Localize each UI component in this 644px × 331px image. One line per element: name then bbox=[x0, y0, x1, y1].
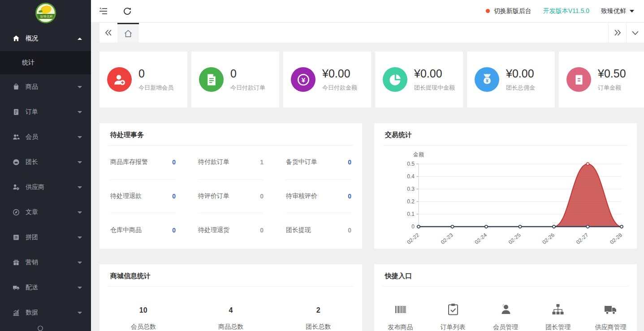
stat-card-paid-amount: ¥ ¥0.00 今日付款金额 bbox=[283, 52, 371, 107]
sidebar-item-supplier[interactable]: 供应商 bbox=[0, 175, 91, 200]
sidebar-item-marketing[interactable]: 营销 bbox=[0, 250, 91, 275]
home-icon bbox=[13, 35, 20, 42]
chevrons-right-icon bbox=[614, 30, 621, 36]
refresh-button[interactable] bbox=[115, 0, 139, 22]
pending-label: 团长提现 bbox=[286, 226, 311, 234]
trade-area-chart: 00.10.20.30.40.502-2202-2302-2402-2502-2… bbox=[385, 148, 626, 244]
chevron-up-icon bbox=[78, 38, 82, 40]
stat-value: ¥0.50 bbox=[598, 67, 626, 80]
pending-label: 待处理退款 bbox=[110, 192, 142, 200]
pending-value-link[interactable]: 0 bbox=[172, 227, 176, 234]
mall-stats-row: 10 会员总数 4 商品总数 2 团长总数 bbox=[99, 287, 362, 331]
chevron-down-icon bbox=[78, 186, 82, 189]
pending-value-link[interactable]: 0 bbox=[348, 193, 351, 200]
sidebar-item-label: 概况 bbox=[26, 34, 78, 43]
switch-new-admin-button[interactable]: 切换新版后台 bbox=[486, 7, 532, 15]
brand-logo-icon: 致臻优鲜 bbox=[35, 3, 56, 23]
chevron-down-icon bbox=[78, 111, 82, 113]
account-dropdown[interactable]: 致臻优鲜 bbox=[601, 7, 634, 15]
tabs-scroll-left-button[interactable] bbox=[99, 23, 117, 43]
topbar: 切换新版后台 开发版本V11.5.0 致臻优鲜 bbox=[91, 0, 644, 22]
svg-text:金额: 金额 bbox=[413, 151, 424, 158]
sidebar-item-goods[interactable]: 商品 bbox=[0, 74, 91, 99]
pending-label: 待处理退货 bbox=[198, 226, 229, 234]
sidebar-item-leader[interactable]: 团长 bbox=[0, 150, 91, 175]
collapse-menu-button[interactable] bbox=[91, 0, 115, 22]
quick-leader-manage[interactable]: 团长管理 bbox=[532, 303, 584, 331]
stat-label: 团长提现中金额 bbox=[414, 84, 455, 92]
tabbar bbox=[99, 23, 644, 43]
sidebar-item-label: 拼团 bbox=[26, 233, 78, 241]
pending-value: 0 bbox=[348, 227, 351, 234]
chevron-down-icon bbox=[78, 262, 82, 264]
pending-item: 备货中订单 0 bbox=[286, 146, 351, 180]
bag-icon bbox=[13, 83, 20, 90]
stat-label: 今日付款金额 bbox=[322, 84, 357, 92]
stat-label: 今日付款订单 bbox=[230, 84, 265, 92]
svg-text:¥: ¥ bbox=[485, 78, 488, 83]
quick-entry-row: 发布商品 订单列表 会员管理 团长管理 供应商管理 bbox=[374, 287, 637, 331]
pending-value-link[interactable]: 0 bbox=[172, 193, 176, 200]
pending-label: 待评价订单 bbox=[198, 192, 229, 200]
receipt-icon bbox=[566, 67, 591, 92]
pending-label: 商品库存报警 bbox=[110, 158, 148, 166]
sidebar-item-label: 营销 bbox=[26, 258, 78, 267]
bar-chart-icon bbox=[13, 309, 20, 316]
quick-order-list[interactable]: 订单列表 bbox=[427, 303, 479, 331]
sidebar-menu: 概况 统计 商品 订单 会员 bbox=[0, 26, 91, 331]
tab-home[interactable] bbox=[117, 23, 139, 43]
sidebar-item-statistics[interactable]: 统计 bbox=[0, 51, 91, 74]
sidebar-item-groupbuy[interactable]: 拼 拼团 bbox=[0, 225, 91, 250]
pending-item: 商品库存报警 0 bbox=[110, 146, 176, 180]
chevron-down-icon bbox=[632, 31, 639, 35]
quick-publish-goods[interactable]: 发布商品 bbox=[374, 303, 427, 331]
compass-icon bbox=[13, 209, 20, 216]
pending-item: 待处理退款 0 bbox=[110, 180, 176, 214]
tabs-menu-button[interactable] bbox=[626, 23, 644, 43]
quick-member-manage[interactable]: 会员管理 bbox=[479, 303, 532, 331]
stat-value: ¥0.00 bbox=[506, 67, 535, 80]
svg-text:02-23: 02-23 bbox=[440, 232, 454, 244]
tabbar-spacer bbox=[139, 23, 608, 43]
svg-text:02-24: 02-24 bbox=[473, 232, 488, 244]
switch-new-admin-label: 切换新版后台 bbox=[494, 7, 532, 15]
collapse-menu-icon bbox=[99, 8, 108, 15]
sidebar-item-orders[interactable]: 订单 bbox=[0, 99, 91, 125]
stat-card-leader-withdrawing: ¥0.00 团长提现中金额 bbox=[375, 52, 463, 107]
sidebar-item-label: 供应商 bbox=[26, 183, 78, 191]
clipboard-check-icon bbox=[446, 303, 460, 316]
partial-icon bbox=[37, 325, 43, 331]
quick-entry-label: 会员管理 bbox=[479, 323, 532, 331]
pending-value: 0 bbox=[260, 227, 264, 234]
pending-label: 仓库中商品 bbox=[110, 226, 142, 234]
logo: 致臻优鲜 bbox=[0, 0, 91, 26]
sidebar-item-overview[interactable]: 概况 bbox=[0, 26, 91, 51]
chevron-down-icon bbox=[78, 86, 82, 88]
groupbuy-icon: 拼 bbox=[13, 234, 20, 241]
document-icon bbox=[199, 67, 224, 92]
svg-text:¥: ¥ bbox=[301, 76, 305, 83]
pending-value-link[interactable]: 0 bbox=[348, 159, 351, 166]
quick-supplier-manage[interactable]: 供应商管理 bbox=[584, 303, 637, 331]
pending-item: 待付款订单 1 bbox=[198, 146, 264, 180]
sidebar-item-articles[interactable]: 文章 bbox=[0, 200, 91, 225]
version-link[interactable]: 开发版本V11.5.0 bbox=[543, 7, 589, 15]
quick-entry-panel: 快捷入口 发布商品 订单列表 会员管理 团长管理 供应商管理 bbox=[374, 264, 637, 331]
chevrons-left-icon bbox=[105, 30, 112, 36]
chevron-down-icon bbox=[78, 161, 82, 163]
sidebar-subitem-label: 统计 bbox=[22, 59, 35, 67]
sidebar-item-partial[interactable] bbox=[0, 325, 91, 331]
member-icon bbox=[499, 303, 512, 316]
mall-stat: 10 会员总数 bbox=[99, 306, 187, 331]
stat-value: ¥0.00 bbox=[414, 67, 455, 80]
sidebar-item-members[interactable]: 会员 bbox=[0, 125, 91, 150]
sidebar-item-label: 订单 bbox=[26, 108, 78, 116]
tabs-scroll-right-button[interactable] bbox=[608, 23, 626, 43]
sidebar-item-data[interactable]: 数据 bbox=[0, 300, 91, 325]
users-icon bbox=[13, 133, 20, 141]
stat-label: 订单金额 bbox=[598, 84, 626, 92]
svg-text:02-28: 02-28 bbox=[609, 232, 623, 244]
chevron-down-icon bbox=[630, 10, 634, 13]
sidebar-item-delivery[interactable]: 配送 bbox=[0, 275, 91, 300]
pending-value-link[interactable]: 0 bbox=[172, 159, 176, 166]
